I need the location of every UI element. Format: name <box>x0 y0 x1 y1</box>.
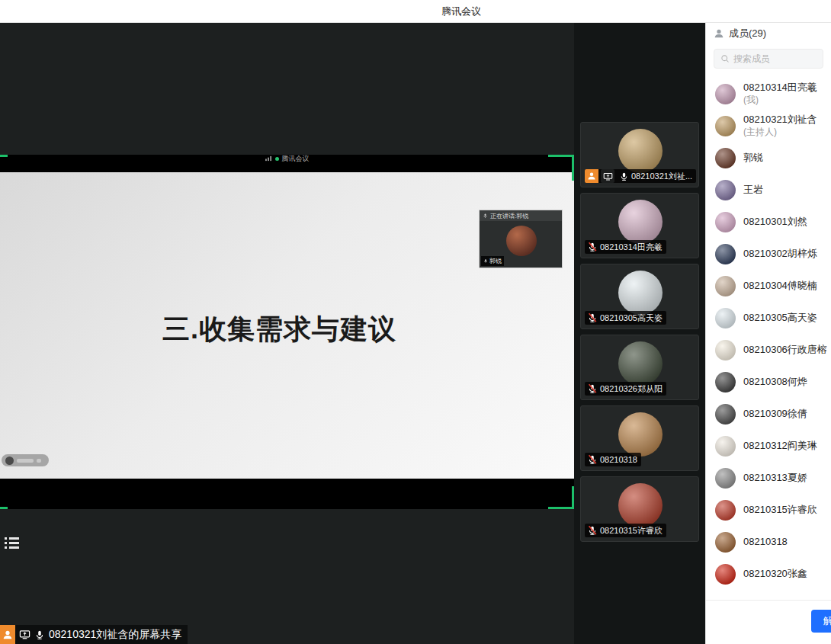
member-name: 08210309徐倩 <box>743 408 807 420</box>
member-name: 08210315许睿欣 <box>743 504 817 516</box>
member-name: 郭锐 <box>743 152 763 164</box>
avatar <box>715 340 736 360</box>
tile-name-bar: 08210318 <box>585 453 641 466</box>
member-row[interactable]: 08210306行政唐榕 <box>706 334 831 366</box>
member-name: 08210304傅晓楠 <box>743 280 817 292</box>
video-thumbnail-column: 08210321刘祉... 08210314田亮羲 <box>574 23 705 644</box>
avatar <box>715 564 736 585</box>
avatar <box>715 84 736 104</box>
speaking-header: 正在讲话:郭锐 <box>480 210 562 221</box>
member-row[interactable]: 08210315许睿欣 <box>706 494 831 526</box>
speaking-mini-window[interactable]: 正在讲话:郭锐 郭锐 <box>479 210 563 268</box>
search-icon <box>720 54 730 63</box>
member-name: 08210302胡梓烁 <box>743 248 817 260</box>
person-icon <box>587 171 596 181</box>
person-icon <box>2 630 13 640</box>
list-icon <box>4 535 21 550</box>
member-search-box[interactable] <box>714 49 823 69</box>
avatar <box>618 483 663 527</box>
video-tiles: 08210321刘祉... 08210314田亮羲 <box>580 122 701 547</box>
member-row[interactable]: 08210301刘然 <box>706 206 831 238</box>
member-row[interactable]: 08210312阎美琳 <box>706 430 831 462</box>
share-border-edge <box>0 155 8 157</box>
member-row[interactable]: 08210318 <box>706 526 831 558</box>
video-tile[interactable]: 08210314田亮羲 <box>580 193 699 258</box>
avatar <box>506 226 537 256</box>
member-search-input[interactable] <box>733 53 810 64</box>
avatar <box>715 436 736 457</box>
screen-share-icon <box>19 629 30 640</box>
divider <box>706 600 831 601</box>
participant-name: 08210318 <box>600 455 637 464</box>
mic-icon <box>619 171 629 181</box>
member-name: 08210308何烨 <box>743 376 807 388</box>
member-row[interactable]: 王岩 <box>706 174 831 206</box>
video-tile[interactable]: 08210321刘祉... <box>580 122 699 187</box>
avatar <box>715 180 736 200</box>
signal-bars-icon <box>265 155 272 162</box>
member-row[interactable]: 08210320张鑫 <box>706 558 831 590</box>
meeting-window: 腾讯会议 腾讯会议 三.收集需求与建议 <box>0 0 831 644</box>
agenda-list-button[interactable] <box>2 532 23 553</box>
tile-name-bar: 08210321刘祉... <box>585 169 696 183</box>
avatar <box>715 116 736 136</box>
shared-window-titlebar: 腾讯会议 <box>0 152 574 165</box>
unmute-all-button[interactable]: 解除全体静音 <box>811 610 831 633</box>
member-row[interactable]: 08210321刘祉含 (主持人) <box>706 110 831 142</box>
mic-muted-wrap <box>585 454 598 465</box>
members-panel: 成员(29) 08210314田亮羲 (我) 08210321刘祉含 (主持人)… <box>705 23 831 644</box>
floating-toolbar[interactable] <box>2 454 49 466</box>
member-row[interactable]: 郭锐 <box>706 142 831 174</box>
mic-on-wrap <box>617 171 629 181</box>
mic-muted-icon <box>587 242 598 252</box>
speaking-text: 正在讲话:郭锐 <box>490 212 528 220</box>
member-row[interactable]: 08210304傅晓楠 <box>706 270 831 302</box>
share-border-corner <box>548 155 574 181</box>
member-name: 08210321刘祉含 <box>743 114 817 126</box>
member-row[interactable]: 08210305高天姿 <box>706 302 831 334</box>
avatar <box>715 372 736 392</box>
avatar <box>618 271 663 315</box>
video-tile[interactable]: 08210326郑从阳 <box>580 335 699 400</box>
avatar <box>618 129 663 173</box>
participant-name: 08210326郑从阳 <box>600 383 663 395</box>
avatar <box>618 412 663 457</box>
member-name: 08210320张鑫 <box>743 568 807 580</box>
presenter-badge <box>585 169 598 183</box>
status-dot <box>275 157 279 161</box>
video-tile[interactable]: 08210315许睿欣 <box>580 476 699 542</box>
screen-share-badge <box>601 169 614 183</box>
avatar <box>715 148 736 168</box>
shared-window: 腾讯会议 三.收集需求与建议 <box>0 155 574 509</box>
members-title: 成员(29) <box>729 27 766 40</box>
avatar <box>715 212 736 232</box>
member-row[interactable]: 08210313夏娇 <box>706 462 831 494</box>
screen-share-banner: 08210321刘祉含的屏幕共享 <box>0 625 188 644</box>
member-row[interactable]: 08210314田亮羲 (我) <box>706 78 831 110</box>
member-row[interactable]: 08210309徐倩 <box>706 398 831 430</box>
mic-icon <box>483 213 488 219</box>
avatar <box>715 276 736 296</box>
speaker-name-chip: 郭锐 <box>481 256 504 266</box>
mic-muted-icon <box>587 454 598 465</box>
screen-share-icon <box>603 171 613 181</box>
speaking-video: 郭锐 <box>480 221 562 268</box>
mic-muted-wrap <box>585 312 598 323</box>
avatar <box>715 532 736 553</box>
member-row[interactable]: 08210308何烨 <box>706 366 831 398</box>
participant-name: 08210305高天姿 <box>600 312 663 324</box>
mic-muted-wrap <box>585 242 598 252</box>
video-tile[interactable]: 08210318 <box>580 405 699 471</box>
tile-name-bar: 08210305高天姿 <box>585 311 666 325</box>
video-tile[interactable]: 08210305高天姿 <box>580 264 699 329</box>
avatar <box>715 244 736 264</box>
member-name: 08210318 <box>743 536 788 548</box>
tile-name-bar: 08210326郑从阳 <box>585 382 666 396</box>
member-name: 08210314田亮羲 <box>743 82 817 94</box>
member-role: (主持人) <box>743 127 817 138</box>
members-header: 成员(29) <box>706 23 831 44</box>
mic-icon <box>34 630 45 640</box>
member-row[interactable]: 08210302胡梓烁 <box>706 238 831 270</box>
tile-name-bar: 08210315许睿欣 <box>585 524 666 537</box>
participant-name: 08210321刘祉... <box>631 171 692 182</box>
